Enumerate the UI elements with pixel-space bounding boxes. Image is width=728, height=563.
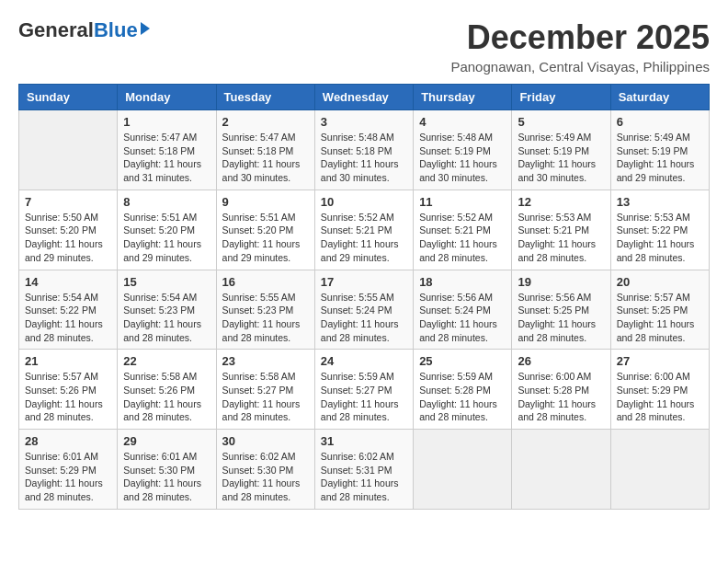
day-info: Sunrise: 6:00 AMSunset: 5:28 PMDaylight:… xyxy=(518,370,604,424)
day-number: 5 xyxy=(518,115,604,129)
logo-general: General xyxy=(18,18,94,42)
day-number: 9 xyxy=(222,195,309,209)
calendar-cell xyxy=(610,430,709,510)
day-info: Sunrise: 6:02 AMSunset: 5:30 PMDaylight:… xyxy=(222,450,309,504)
calendar-cell: 28Sunrise: 6:01 AMSunset: 5:29 PMDayligh… xyxy=(19,430,118,510)
weekday-header-saturday: Saturday xyxy=(610,85,709,110)
day-number: 1 xyxy=(123,115,210,129)
day-info: Sunrise: 6:01 AMSunset: 5:29 PMDaylight:… xyxy=(25,450,111,504)
day-number: 2 xyxy=(222,115,309,129)
page-header: General Blue December 2025 Panognawan, C… xyxy=(18,18,710,75)
day-info: Sunrise: 6:00 AMSunset: 5:29 PMDaylight:… xyxy=(617,370,703,424)
calendar-cell: 16Sunrise: 5:55 AMSunset: 5:23 PMDayligh… xyxy=(216,270,314,350)
day-info: Sunrise: 5:48 AMSunset: 5:18 PMDaylight:… xyxy=(321,131,407,185)
day-number: 4 xyxy=(419,115,506,129)
calendar-cell: 13Sunrise: 5:53 AMSunset: 5:22 PMDayligh… xyxy=(610,190,709,270)
calendar-week-row: 1Sunrise: 5:47 AMSunset: 5:18 PMDaylight… xyxy=(19,110,710,190)
calendar-cell: 3Sunrise: 5:48 AMSunset: 5:18 PMDaylight… xyxy=(314,110,413,190)
day-number: 12 xyxy=(518,195,604,209)
weekday-header-friday: Friday xyxy=(512,85,610,110)
logo-triangle-icon xyxy=(141,22,150,35)
calendar-cell: 1Sunrise: 5:47 AMSunset: 5:18 PMDaylight… xyxy=(118,110,216,190)
day-number: 11 xyxy=(419,195,506,209)
calendar-cell: 26Sunrise: 6:00 AMSunset: 5:28 PMDayligh… xyxy=(512,350,610,430)
calendar-table: SundayMondayTuesdayWednesdayThursdayFrid… xyxy=(18,84,710,510)
calendar-cell: 22Sunrise: 5:58 AMSunset: 5:26 PMDayligh… xyxy=(118,350,216,430)
calendar-cell: 12Sunrise: 5:53 AMSunset: 5:21 PMDayligh… xyxy=(512,190,610,270)
calendar-cell: 11Sunrise: 5:52 AMSunset: 5:21 PMDayligh… xyxy=(414,190,512,270)
day-info: Sunrise: 5:58 AMSunset: 5:26 PMDaylight:… xyxy=(123,370,210,424)
calendar-cell: 9Sunrise: 5:51 AMSunset: 5:20 PMDaylight… xyxy=(216,190,314,270)
day-info: Sunrise: 6:01 AMSunset: 5:30 PMDaylight:… xyxy=(123,450,210,504)
weekday-header-tuesday: Tuesday xyxy=(216,85,314,110)
title-block: December 2025 Panognawan, Central Visaya… xyxy=(450,18,710,75)
day-info: Sunrise: 5:53 AMSunset: 5:21 PMDaylight:… xyxy=(518,211,604,265)
calendar-cell: 31Sunrise: 6:02 AMSunset: 5:31 PMDayligh… xyxy=(314,430,413,510)
day-info: Sunrise: 5:48 AMSunset: 5:19 PMDaylight:… xyxy=(419,131,506,185)
weekday-header-thursday: Thursday xyxy=(414,85,512,110)
day-info: Sunrise: 5:49 AMSunset: 5:19 PMDaylight:… xyxy=(518,131,604,185)
calendar-cell xyxy=(19,110,118,190)
day-number: 28 xyxy=(25,434,111,448)
day-info: Sunrise: 5:59 AMSunset: 5:28 PMDaylight:… xyxy=(419,370,506,424)
day-number: 24 xyxy=(321,354,407,368)
day-number: 17 xyxy=(321,275,407,289)
weekday-header-wednesday: Wednesday xyxy=(314,85,413,110)
day-number: 26 xyxy=(518,354,604,368)
calendar-cell: 14Sunrise: 5:54 AMSunset: 5:22 PMDayligh… xyxy=(19,270,118,350)
calendar-cell: 30Sunrise: 6:02 AMSunset: 5:30 PMDayligh… xyxy=(216,430,314,510)
day-info: Sunrise: 5:49 AMSunset: 5:19 PMDaylight:… xyxy=(617,131,703,185)
day-number: 15 xyxy=(123,275,210,289)
day-info: Sunrise: 5:47 AMSunset: 5:18 PMDaylight:… xyxy=(123,131,210,185)
calendar-week-row: 21Sunrise: 5:57 AMSunset: 5:26 PMDayligh… xyxy=(19,350,710,430)
day-number: 13 xyxy=(617,195,703,209)
day-info: Sunrise: 5:56 AMSunset: 5:25 PMDaylight:… xyxy=(518,291,604,345)
calendar-week-row: 7Sunrise: 5:50 AMSunset: 5:20 PMDaylight… xyxy=(19,190,710,270)
day-number: 23 xyxy=(222,354,309,368)
day-info: Sunrise: 5:58 AMSunset: 5:27 PMDaylight:… xyxy=(222,370,309,424)
calendar-cell: 5Sunrise: 5:49 AMSunset: 5:19 PMDaylight… xyxy=(512,110,610,190)
day-info: Sunrise: 5:47 AMSunset: 5:18 PMDaylight:… xyxy=(222,131,309,185)
calendar-cell: 27Sunrise: 6:00 AMSunset: 5:29 PMDayligh… xyxy=(610,350,709,430)
logo-blue: Blue xyxy=(94,18,138,42)
day-info: Sunrise: 5:57 AMSunset: 5:25 PMDaylight:… xyxy=(617,291,703,345)
day-number: 8 xyxy=(123,195,210,209)
day-number: 14 xyxy=(25,275,111,289)
day-number: 31 xyxy=(321,434,407,448)
day-number: 21 xyxy=(25,354,111,368)
calendar-cell: 24Sunrise: 5:59 AMSunset: 5:27 PMDayligh… xyxy=(314,350,413,430)
calendar-header-row: SundayMondayTuesdayWednesdayThursdayFrid… xyxy=(19,85,710,110)
day-number: 3 xyxy=(321,115,407,129)
calendar-cell: 23Sunrise: 5:58 AMSunset: 5:27 PMDayligh… xyxy=(216,350,314,430)
weekday-header-sunday: Sunday xyxy=(19,85,118,110)
day-info: Sunrise: 6:02 AMSunset: 5:31 PMDaylight:… xyxy=(321,450,407,504)
calendar-cell: 20Sunrise: 5:57 AMSunset: 5:25 PMDayligh… xyxy=(610,270,709,350)
calendar-cell xyxy=(512,430,610,510)
month-title: December 2025 xyxy=(450,18,710,57)
day-number: 30 xyxy=(222,434,309,448)
day-info: Sunrise: 5:52 AMSunset: 5:21 PMDaylight:… xyxy=(321,211,407,265)
day-info: Sunrise: 5:56 AMSunset: 5:24 PMDaylight:… xyxy=(419,291,506,345)
day-number: 27 xyxy=(617,354,703,368)
calendar-cell: 21Sunrise: 5:57 AMSunset: 5:26 PMDayligh… xyxy=(19,350,118,430)
calendar-cell: 8Sunrise: 5:51 AMSunset: 5:20 PMDaylight… xyxy=(118,190,216,270)
day-info: Sunrise: 5:55 AMSunset: 5:24 PMDaylight:… xyxy=(321,291,407,345)
logo: General Blue xyxy=(18,18,150,42)
calendar-cell: 25Sunrise: 5:59 AMSunset: 5:28 PMDayligh… xyxy=(414,350,512,430)
calendar-cell: 7Sunrise: 5:50 AMSunset: 5:20 PMDaylight… xyxy=(19,190,118,270)
calendar-cell: 18Sunrise: 5:56 AMSunset: 5:24 PMDayligh… xyxy=(414,270,512,350)
calendar-cell: 17Sunrise: 5:55 AMSunset: 5:24 PMDayligh… xyxy=(314,270,413,350)
day-info: Sunrise: 5:57 AMSunset: 5:26 PMDaylight:… xyxy=(25,370,111,424)
day-number: 7 xyxy=(25,195,111,209)
day-info: Sunrise: 5:53 AMSunset: 5:22 PMDaylight:… xyxy=(617,211,703,265)
day-info: Sunrise: 5:54 AMSunset: 5:22 PMDaylight:… xyxy=(25,291,111,345)
day-number: 22 xyxy=(123,354,210,368)
day-info: Sunrise: 5:54 AMSunset: 5:23 PMDaylight:… xyxy=(123,291,210,345)
day-info: Sunrise: 5:51 AMSunset: 5:20 PMDaylight:… xyxy=(123,211,210,265)
weekday-header-monday: Monday xyxy=(118,85,216,110)
calendar-cell: 6Sunrise: 5:49 AMSunset: 5:19 PMDaylight… xyxy=(610,110,709,190)
calendar-cell: 29Sunrise: 6:01 AMSunset: 5:30 PMDayligh… xyxy=(118,430,216,510)
calendar-cell: 4Sunrise: 5:48 AMSunset: 5:19 PMDaylight… xyxy=(414,110,512,190)
day-number: 19 xyxy=(518,275,604,289)
calendar-cell: 19Sunrise: 5:56 AMSunset: 5:25 PMDayligh… xyxy=(512,270,610,350)
